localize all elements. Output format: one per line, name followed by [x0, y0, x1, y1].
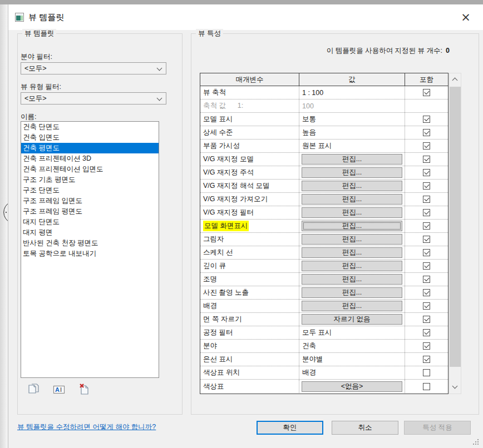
- value-text: 모두 표시: [302, 328, 332, 337]
- include-checkbox[interactable]: [423, 89, 430, 96]
- value-button[interactable]: 편집...: [302, 221, 402, 231]
- value-button[interactable]: 편집...: [302, 301, 402, 311]
- delete-button[interactable]: [77, 382, 92, 397]
- help-link[interactable]: 뷰 템플릿을 수정하려면 어떻게 해야 합니까?: [17, 422, 156, 432]
- include-checkbox[interactable]: [423, 356, 430, 363]
- list-item[interactable]: 구조 단면도: [21, 185, 159, 196]
- value-button[interactable]: 편집...: [302, 287, 402, 298]
- include-checkbox[interactable]: [423, 316, 430, 323]
- scroll-down-icon[interactable]: [450, 381, 461, 394]
- include-checkbox[interactable]: [423, 169, 430, 176]
- include-cell: [405, 206, 448, 219]
- list-item[interactable]: 구조 프레임 평면도: [21, 206, 159, 217]
- list-item[interactable]: 건축 프리젠테이션 입면도: [21, 164, 159, 175]
- ok-button[interactable]: 확인: [257, 421, 323, 435]
- property-row: 은선 표시분야별: [200, 353, 448, 366]
- value-cell[interactable]: 모두 표시: [299, 326, 405, 339]
- property-row: 스케치 선편집...: [200, 246, 448, 260]
- list-item[interactable]: 구조 기초 평면도: [21, 175, 159, 185]
- value-cell: 편집...: [299, 206, 405, 219]
- include-checkbox[interactable]: [423, 342, 430, 350]
- value-button[interactable]: 자르기 없음: [302, 314, 402, 325]
- include-cell: [405, 286, 448, 299]
- value-cell[interactable]: 보통: [299, 113, 405, 126]
- column-header: 포함: [405, 73, 448, 86]
- rename-button[interactable]: A I: [52, 382, 66, 397]
- list-item[interactable]: 건축 단면도: [21, 122, 159, 132]
- include-checkbox[interactable]: [423, 276, 430, 283]
- discipline-filter-select[interactable]: <모두>: [21, 62, 166, 74]
- include-cell: [405, 86, 448, 99]
- param-label-highlighted: 모델 화면표시: [203, 221, 249, 231]
- value-button[interactable]: 편집...: [302, 247, 402, 258]
- list-item[interactable]: 토목 공학으로 내보내기: [21, 248, 159, 259]
- value-button[interactable]: <없음>: [302, 381, 402, 392]
- list-item[interactable]: 구조 프레임 입면도: [21, 196, 159, 206]
- include-checkbox[interactable]: [423, 249, 430, 256]
- include-checkbox[interactable]: [423, 116, 430, 123]
- value-button[interactable]: 편집...: [302, 234, 402, 245]
- value-button[interactable]: 편집...: [302, 207, 402, 218]
- param-label: 사진 촬영 노출: [203, 288, 249, 297]
- value-cell[interactable]: 1 : 100: [299, 86, 405, 99]
- value-button[interactable]: 편집...: [302, 167, 402, 178]
- group-label: 뷰 템플릿: [22, 29, 56, 38]
- table-scrollbar[interactable]: [449, 73, 461, 394]
- list-item[interactable]: 건축 프리젠테이션 3D: [21, 153, 159, 164]
- include-checkbox[interactable]: [423, 129, 430, 136]
- value-cell: 편집...: [299, 260, 405, 272]
- param-label: 스케치 선: [203, 248, 233, 257]
- include-checkbox[interactable]: [423, 222, 430, 230]
- param-cell: 모델 화면표시: [200, 220, 299, 232]
- include-checkbox[interactable]: [423, 156, 430, 163]
- assigned-views-count-line: 이 템플릿을 사용하여 지정된 뷰 개수:0: [327, 46, 450, 56]
- include-checkbox[interactable]: [423, 182, 430, 190]
- column-header: 값: [299, 73, 405, 86]
- include-checkbox[interactable]: [423, 209, 430, 216]
- value-cell: 편집...: [299, 300, 405, 312]
- list-item[interactable]: 대지 단면도: [21, 217, 159, 227]
- include-checkbox[interactable]: [423, 236, 430, 243]
- param-cell: 깊이 큐: [200, 260, 299, 272]
- delete-icon: [77, 382, 92, 397]
- param-label: V/G 재지정 필터: [203, 208, 254, 217]
- value-cell[interactable]: 100: [299, 99, 405, 112]
- scrollbar-thumb[interactable]: [450, 87, 461, 367]
- include-checkbox[interactable]: [423, 302, 430, 310]
- scroll-up-icon[interactable]: [450, 73, 461, 86]
- include-checkbox[interactable]: [423, 196, 430, 203]
- template-names-list[interactable]: 건축 단면도건축 입면도건축 평면도건축 프리젠테이션 3D건축 프리젠테이션 …: [21, 121, 159, 378]
- include-checkbox[interactable]: [423, 262, 430, 270]
- duplicate-button[interactable]: [27, 382, 41, 397]
- list-item[interactable]: 반사된 건축 천장 평면도: [21, 238, 159, 248]
- include-checkbox[interactable]: [423, 383, 430, 390]
- include-checkbox[interactable]: [423, 369, 430, 376]
- include-checkbox[interactable]: [423, 289, 430, 296]
- value-cell[interactable]: 원본 표시: [299, 140, 405, 152]
- param-cell: V/G 재지정 해석 모델: [200, 180, 299, 192]
- resize-grip[interactable]: [472, 439, 479, 445]
- value-cell: 편집...: [299, 220, 405, 232]
- view-type-filter-select[interactable]: <모두>: [21, 92, 166, 104]
- value-text: 분야별: [302, 355, 323, 364]
- value-cell[interactable]: 배경: [299, 366, 405, 379]
- value-cell[interactable]: 분야별: [299, 353, 405, 366]
- value-cell[interactable]: 높음: [299, 126, 405, 139]
- value-button[interactable]: 편집...: [302, 194, 402, 205]
- template-toolbar: A I: [27, 382, 116, 397]
- value-button[interactable]: 편집...: [302, 181, 402, 191]
- list-item[interactable]: 건축 입면도: [21, 132, 159, 143]
- include-checkbox[interactable]: [423, 329, 430, 336]
- close-icon[interactable]: ×: [453, 4, 479, 30]
- view-type-filter-label: 뷰 유형 필터:: [21, 82, 61, 92]
- cancel-button[interactable]: 취소: [332, 421, 398, 435]
- value-button[interactable]: 편집...: [302, 274, 402, 285]
- include-cell: [405, 353, 448, 366]
- include-checkbox[interactable]: [423, 142, 430, 150]
- value-cell[interactable]: 건축: [299, 340, 405, 352]
- value-button[interactable]: 편집...: [302, 261, 402, 271]
- list-item[interactable]: 대지 평면: [21, 227, 159, 238]
- include-cell: [405, 366, 448, 379]
- value-button[interactable]: 편집...: [302, 154, 402, 165]
- list-item[interactable]: 건축 평면도: [21, 143, 159, 153]
